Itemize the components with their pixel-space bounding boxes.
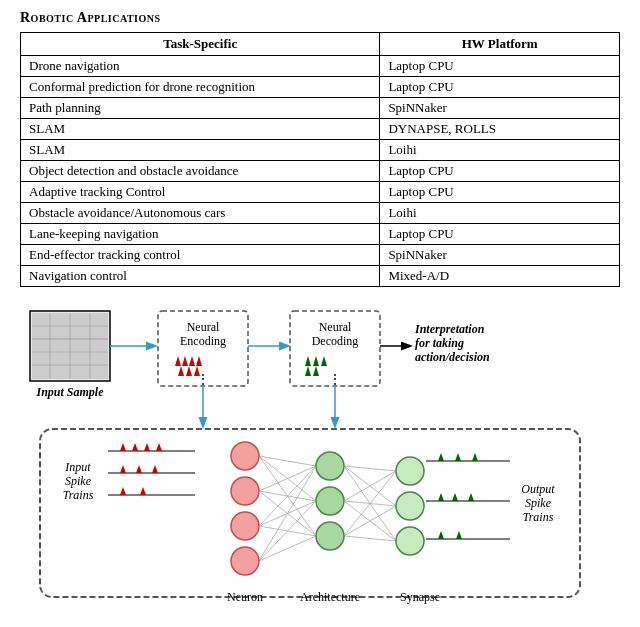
svg-line-79 <box>344 536 396 541</box>
svg-marker-11 <box>175 356 181 366</box>
diagram-svg: Input Sample Neural Encoding ⋮ Neural De… <box>20 301 620 621</box>
svg-point-49 <box>231 442 259 470</box>
svg-marker-87 <box>468 493 474 501</box>
svg-line-70 <box>259 536 316 561</box>
task-cell: SLAM <box>21 119 380 140</box>
col-header-task: Task-Specific <box>21 33 380 56</box>
svg-marker-81 <box>438 453 444 461</box>
svg-marker-39 <box>132 443 138 451</box>
svg-marker-14 <box>196 356 202 366</box>
svg-text:Decoding: Decoding <box>312 334 359 348</box>
table-row: Drone navigationLaptop CPU <box>21 56 620 77</box>
svg-line-74 <box>344 471 396 501</box>
svg-marker-90 <box>456 531 462 539</box>
svg-line-59 <box>259 456 316 466</box>
svg-text:Neural: Neural <box>319 320 352 334</box>
svg-marker-26 <box>313 366 319 376</box>
svg-point-53 <box>316 452 344 480</box>
svg-text:Neural: Neural <box>187 320 220 334</box>
task-cell: Obstacle avoidance/Autonomous cars <box>21 203 380 224</box>
svg-point-51 <box>231 512 259 540</box>
task-cell: Navigation control <box>21 266 380 287</box>
svg-marker-86 <box>452 493 458 501</box>
hw-cell: SpiNNaker <box>380 98 620 119</box>
svg-marker-89 <box>438 531 444 539</box>
svg-text:⋮: ⋮ <box>196 372 210 387</box>
svg-point-57 <box>396 492 424 520</box>
svg-text:for taking: for taking <box>415 336 464 350</box>
svg-line-78 <box>344 506 396 536</box>
svg-text:action/decision: action/decision <box>415 350 490 364</box>
robotic-table: Task-Specific HW Platform Drone navigati… <box>20 32 620 287</box>
input-neurons <box>231 442 259 575</box>
hw-cell: Laptop CPU <box>380 77 620 98</box>
svg-marker-83 <box>472 453 478 461</box>
svg-marker-13 <box>189 356 195 366</box>
task-cell: Conformal prediction for drone recogniti… <box>21 77 380 98</box>
hw-cell: DYNAPSE, ROLLS <box>380 119 620 140</box>
task-cell: Lane-keeping navigation <box>21 224 380 245</box>
table-row: Conformal prediction for drone recogniti… <box>21 77 620 98</box>
svg-point-55 <box>316 522 344 550</box>
svg-marker-25 <box>305 366 311 376</box>
svg-marker-15 <box>178 366 184 376</box>
hw-cell: Laptop CPU <box>380 161 620 182</box>
svg-marker-16 <box>186 366 192 376</box>
table-row: Adaptive tracking ControlLaptop CPU <box>21 182 620 203</box>
svg-line-77 <box>344 471 396 536</box>
hw-cell: Laptop CPU <box>380 56 620 77</box>
snn-main-box <box>40 429 580 597</box>
hw-cell: Laptop CPU <box>380 224 620 245</box>
table-row: Path planningSpiNNaker <box>21 98 620 119</box>
svg-point-50 <box>231 477 259 505</box>
svg-text:Interpretation: Interpretation <box>414 322 485 336</box>
svg-line-65 <box>259 466 316 526</box>
svg-marker-41 <box>156 443 162 451</box>
svg-marker-38 <box>120 443 126 451</box>
svg-point-56 <box>396 457 424 485</box>
hw-cell: Loihi <box>380 140 620 161</box>
svg-line-69 <box>259 501 316 561</box>
svg-marker-12 <box>182 356 188 366</box>
svg-text:Synapse: Synapse <box>400 590 440 604</box>
svg-text:Spike: Spike <box>65 474 92 488</box>
table-row: Object detection and obstacle avoidanceL… <box>21 161 620 182</box>
table-row: SLAMLoihi <box>21 140 620 161</box>
table-row: SLAMDYNAPSE, ROLLS <box>21 119 620 140</box>
diagram-area: Input Sample Neural Encoding ⋮ Neural De… <box>20 301 620 625</box>
svg-marker-47 <box>120 487 126 495</box>
svg-point-54 <box>316 487 344 515</box>
svg-marker-82 <box>455 453 461 461</box>
svg-marker-43 <box>120 465 126 473</box>
svg-text:Output: Output <box>521 482 555 496</box>
svg-text:Trains: Trains <box>523 510 554 524</box>
section-title: Robotic Applications <box>20 10 620 26</box>
svg-marker-45 <box>152 465 158 473</box>
svg-marker-85 <box>438 493 444 501</box>
output-neurons <box>396 457 424 555</box>
svg-text:Spike: Spike <box>525 496 552 510</box>
task-cell: SLAM <box>21 140 380 161</box>
svg-text:⋮: ⋮ <box>328 372 342 387</box>
col-header-hw: HW Platform <box>380 33 620 56</box>
svg-line-71 <box>344 466 396 471</box>
task-cell: Drone navigation <box>21 56 380 77</box>
table-row: Obstacle avoidance/Autonomous carsLoihi <box>21 203 620 224</box>
table-row: End-effector tracking controlSpiNNaker <box>21 245 620 266</box>
svg-marker-44 <box>136 465 142 473</box>
svg-text:Input: Input <box>64 460 91 474</box>
svg-point-58 <box>396 527 424 555</box>
svg-text:Architecture: Architecture <box>300 590 360 604</box>
task-cell: Path planning <box>21 98 380 119</box>
task-cell: Adaptive tracking Control <box>21 182 380 203</box>
svg-text:Encoding: Encoding <box>180 334 226 348</box>
svg-marker-40 <box>144 443 150 451</box>
hw-cell: Mixed-A/D <box>380 266 620 287</box>
svg-marker-48 <box>140 487 146 495</box>
hw-cell: Loihi <box>380 203 620 224</box>
svg-point-52 <box>231 547 259 575</box>
svg-text:Neuron: Neuron <box>227 590 263 604</box>
svg-text:Trains: Trains <box>63 488 94 502</box>
svg-marker-22 <box>305 356 311 366</box>
middle-neurons <box>316 452 344 550</box>
